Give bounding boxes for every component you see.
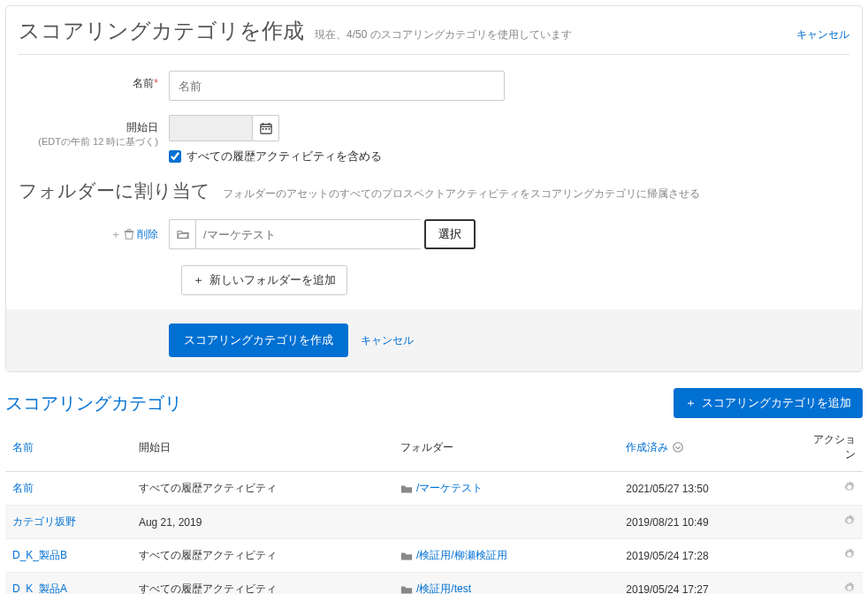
delete-folder-link[interactable]: 削除 xyxy=(137,227,158,242)
col-header-start: 開始日 xyxy=(132,423,393,472)
page-title: スコアリングカテゴリを作成 xyxy=(19,17,304,45)
create-category-panel: スコアリングカテゴリを作成 現在、4/50 のスコアリングカテゴリを使用していま… xyxy=(5,5,863,372)
row-actions xyxy=(799,573,863,595)
name-label: 名前 xyxy=(133,77,154,89)
folder-icon xyxy=(400,550,413,562)
start-date-row: 開始日 (EDTの午前 12 時に基づく) すべての履歴アクティビティを含める xyxy=(19,115,849,164)
date-picker-button[interactable] xyxy=(253,115,279,141)
table-row: D_K_製品Bすべての履歴アクティビティ/検証用/柳瀬検証用2019/05/24… xyxy=(5,539,863,573)
svg-rect-5 xyxy=(265,128,267,130)
row-start: すべての履歴アクティビティ xyxy=(132,539,393,573)
table-row: D_K_製品Aすべての履歴アクティビティ/検証用/test2019/05/24 … xyxy=(5,573,863,595)
required-asterisk: * xyxy=(154,77,158,89)
row-created: 2019/05/24 17:28 xyxy=(619,539,799,573)
folder-icon xyxy=(400,583,413,594)
row-folder-link[interactable]: /マーケテスト xyxy=(416,482,483,494)
add-category-label: スコアリングカテゴリを追加 xyxy=(702,395,851,411)
table-row: カテゴリ坂野Aug 21, 20192019/08/21 10:49 xyxy=(5,506,863,539)
row-name-link[interactable]: カテゴリ坂野 xyxy=(12,515,76,528)
category-list-section: スコアリングカテゴリ ＋ スコアリングカテゴリを追加 名前 開始日 フォルダー … xyxy=(5,388,863,594)
row-name-link[interactable]: D_K_製品B xyxy=(12,549,67,561)
row-start: すべての履歴アクティビティ xyxy=(132,573,393,595)
row-created: 2019/08/21 10:49 xyxy=(619,506,799,539)
svg-rect-6 xyxy=(268,128,270,130)
start-date-label: 開始日 xyxy=(126,121,158,133)
add-new-folder-label: 新しいフォルダーを追加 xyxy=(209,272,336,288)
page-subtitle: 現在、4/50 のスコアリングカテゴリを使用しています xyxy=(315,27,572,42)
col-header-name[interactable]: 名前 xyxy=(5,423,132,472)
action-bar: スコアリングカテゴリを作成 キャンセル xyxy=(6,309,862,371)
divider xyxy=(19,54,849,55)
cancel-link-top[interactable]: キャンセル xyxy=(796,27,849,42)
row-start: すべての履歴アクティビティ xyxy=(132,472,393,506)
row-actions xyxy=(799,472,863,506)
folder-icon xyxy=(400,483,413,495)
col-header-created-label: 作成済み xyxy=(626,441,668,453)
start-date-input[interactable] xyxy=(169,115,253,141)
add-icon[interactable]: ＋ xyxy=(110,227,121,242)
include-history-label: すべての履歴アクティビティを含める xyxy=(187,148,382,164)
gear-icon[interactable] xyxy=(843,481,856,493)
name-row: 名前* xyxy=(19,71,849,101)
cancel-link-bottom[interactable]: キャンセル xyxy=(361,333,414,348)
add-category-button[interactable]: ＋ スコアリングカテゴリを追加 xyxy=(674,388,863,418)
row-actions xyxy=(799,506,863,539)
row-created: 2021/05/27 13:50 xyxy=(619,472,799,506)
include-history-checkbox[interactable] xyxy=(169,150,181,163)
folder-control-row: ＋ 削除 選択 xyxy=(19,219,849,249)
folder-path-icon-addon xyxy=(169,219,195,249)
panel-header: スコアリングカテゴリを作成 現在、4/50 のスコアリングカテゴリを使用していま… xyxy=(19,17,849,45)
add-new-folder-button[interactable]: ＋ 新しいフォルダーを追加 xyxy=(181,265,347,295)
select-folder-button[interactable]: 選択 xyxy=(424,219,476,249)
row-folder-link[interactable]: /検証用/test xyxy=(416,583,471,594)
col-header-created[interactable]: 作成済み xyxy=(619,423,799,472)
trash-icon[interactable] xyxy=(123,228,135,240)
folder-path-input[interactable] xyxy=(195,219,421,249)
row-name-link[interactable]: D_K_製品A xyxy=(12,583,67,594)
row-created: 2019/05/24 17:27 xyxy=(619,573,799,595)
svg-rect-4 xyxy=(262,128,263,130)
folder-section-desc: フォルダーのアセットのすべてのプロスペクトアクティビティをスコアリングカテゴリに… xyxy=(223,187,700,200)
folder-section-title: フォルダーに割り当て xyxy=(19,180,210,201)
gear-icon[interactable] xyxy=(843,514,856,527)
folder-section-header: フォルダーに割り当て フォルダーのアセットのすべてのプロスペクトアクティビティを… xyxy=(19,179,849,203)
calendar-icon xyxy=(260,122,272,134)
col-header-folder: フォルダー xyxy=(393,423,619,472)
row-name-link[interactable]: 名前 xyxy=(12,482,34,494)
svg-point-7 xyxy=(673,443,682,453)
gear-icon[interactable] xyxy=(843,548,856,560)
sort-desc-icon xyxy=(672,441,684,453)
gear-icon[interactable] xyxy=(843,582,856,594)
col-header-actions: アクション xyxy=(799,423,863,472)
row-actions xyxy=(799,539,863,573)
table-row: 名前すべての履歴アクティビティ/マーケテスト2021/05/27 13:50 xyxy=(5,472,863,506)
row-folder-link[interactable]: /検証用/柳瀬検証用 xyxy=(416,549,507,561)
start-date-sublabel: (EDTの午前 12 時に基づく) xyxy=(19,135,158,148)
folder-open-icon xyxy=(177,228,189,240)
include-history-row[interactable]: すべての履歴アクティビティを含める xyxy=(169,148,849,164)
create-button[interactable]: スコアリングカテゴリを作成 xyxy=(169,324,348,357)
row-start: Aug 21, 2019 xyxy=(132,506,393,539)
category-table: 名前 開始日 フォルダー 作成済み アクション 名前すべての履歴アクティビティ/… xyxy=(5,423,863,594)
plus-icon: ＋ xyxy=(193,272,204,288)
plus-icon: ＋ xyxy=(685,395,697,411)
name-input[interactable] xyxy=(169,71,505,101)
list-title: スコアリングカテゴリ xyxy=(5,392,182,415)
